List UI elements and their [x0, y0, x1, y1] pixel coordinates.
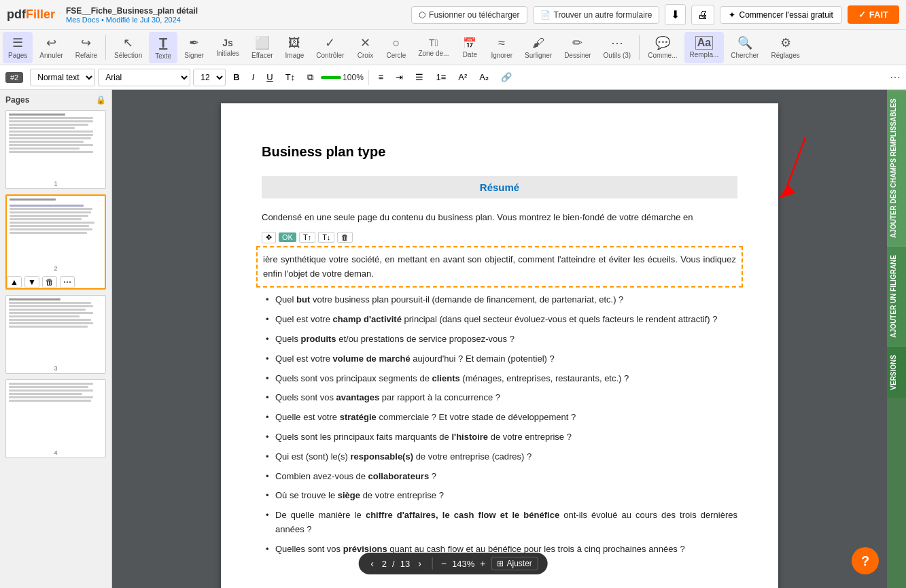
bottom-nav: ‹ 2 / 13 › − 143% + ⊞ Ajuster [358, 553, 548, 574]
format-divider-1 [368, 70, 369, 85]
tool-croix[interactable]: ✕ Croix [351, 32, 379, 63]
ordered-list-button[interactable]: 1≡ [431, 69, 451, 86]
file-name: FSE__Fiche_Business_plan détail [66, 6, 198, 16]
adjust-icon: ⊞ [497, 559, 504, 568]
tool-outils-label: Outils (3) [604, 52, 631, 59]
tool-cercle[interactable]: ○ Cercle [381, 32, 411, 63]
tool-initiales[interactable]: Js Initiales [211, 32, 245, 63]
tool-selection[interactable]: ↖ Sélection [109, 32, 147, 63]
next-page-btn[interactable]: › [415, 558, 424, 569]
tool-surligner[interactable]: 🖌 Surligner [519, 32, 557, 63]
done-button[interactable]: ✓ FAIT [848, 5, 899, 24]
thumb-delete-btn[interactable]: 🗑 [42, 276, 57, 288]
bullet-10: Combien avez-vous de collaborateurs ? [262, 470, 737, 484]
zoom-out-btn[interactable]: − [441, 558, 447, 569]
thumb-up-btn[interactable]: ▲ [7, 276, 22, 288]
tool-dessiner[interactable]: ✏ Dessiner [559, 32, 596, 63]
tool-signer[interactable]: ✒ Signer [179, 32, 209, 63]
move-btn[interactable]: ✥ [262, 232, 276, 243]
text-delete-btn[interactable]: 🗑 [337, 232, 353, 243]
thumb-down-btn[interactable]: ▼ [24, 276, 39, 288]
adjust-btn[interactable]: ⊞ Ajuster [491, 557, 538, 570]
tool-controler[interactable]: ✓ Contrôler [311, 32, 349, 63]
text-size-up-btn[interactable]: T↑ [299, 232, 315, 243]
nav-divider [432, 557, 433, 570]
tool-outils[interactable]: ⋯ Outils (3) [598, 32, 637, 63]
page-thumb-3[interactable]: 3 [5, 295, 106, 374]
page-thumb-1[interactable]: 1 [5, 110, 106, 189]
tool-chercher-label: Chercher [731, 52, 759, 59]
bullet-2: Quel est votre champ d'activité principa… [262, 313, 737, 327]
tool-remplacer[interactable]: Aa Rempla... [684, 32, 725, 63]
draw-icon: ✏ [572, 35, 582, 50]
right-tab-fields[interactable]: AJOUTER DES CHAMPS REMPLISSABLES [887, 90, 906, 246]
tool-surligner-label: Surligner [525, 52, 552, 59]
check-icon: ✓ [325, 35, 335, 50]
format-bar: #2 Normal text Heading 1 Heading 2 Arial… [0, 65, 906, 90]
tool-pages[interactable]: ☰ Pages [3, 32, 33, 63]
tool-remplacer-label: Rempla... [690, 51, 719, 58]
color-indicator [321, 76, 341, 79]
sign-icon: ✒ [189, 35, 199, 50]
tool-zone[interactable]: T⃞ Zone de... [413, 32, 454, 63]
bullet-1: Quel but votre business plan poursuit-il… [262, 293, 737, 307]
tool-texte-label: Texte [155, 52, 171, 60]
subscript-button[interactable]: A₂ [474, 69, 493, 86]
download-button[interactable]: ⬇ [665, 4, 686, 25]
align-button[interactable]: ≡ [374, 69, 389, 86]
italic-button[interactable]: I [247, 69, 260, 86]
link-button[interactable]: 🔗 [496, 69, 517, 86]
pages-lock-icon[interactable]: 🔒 [96, 95, 106, 105]
page-thumb-4[interactable]: 4 [5, 379, 106, 458]
tool-signer-label: Signer [184, 52, 204, 59]
find-form-button[interactable]: 📄 Trouver un autre formulaire [533, 6, 660, 24]
circle-icon: ○ [392, 36, 400, 50]
cross-icon: ✕ [360, 35, 370, 50]
page-thumb-2[interactable]: 2 ▲ ▼ 🗑 ⋯ [5, 194, 106, 290]
size-select[interactable]: 12 10 14 [193, 69, 226, 86]
comment-icon: 💬 [655, 35, 670, 50]
tool-initiales-label: Initiales [216, 50, 239, 57]
tool-reglages[interactable]: ⚙ Réglages [765, 32, 805, 63]
more-options-button[interactable]: ⋯ [890, 71, 901, 84]
tool-texte[interactable]: T Texte [149, 32, 177, 63]
tool-date[interactable]: 📅 Date [455, 32, 484, 63]
image-icon: 🖼 [288, 36, 300, 50]
date-icon: 📅 [463, 37, 476, 50]
prev-page-btn[interactable]: ‹ [368, 558, 377, 569]
thumb-more-btn[interactable]: ⋯ [60, 276, 75, 288]
text-edit-box[interactable]: ière synthétique votre société, en metta… [256, 246, 743, 288]
tool-zone-label: Zone de... [418, 50, 449, 57]
text-size-down-btn[interactable]: T↓ [318, 232, 334, 243]
tool-chercher[interactable]: 🔍 Chercher [725, 32, 764, 63]
highlight-icon: 🖌 [532, 36, 544, 50]
print-button[interactable]: 🖨 [691, 5, 714, 25]
text-direction-button[interactable]: T↕ [281, 69, 300, 86]
tool-dessiner-label: Dessiner [564, 52, 591, 59]
list-button[interactable]: ☰ [411, 69, 428, 86]
style-select[interactable]: Normal text Heading 1 Heading 2 [30, 69, 95, 86]
help-button[interactable]: ? [852, 547, 879, 574]
zone-icon: T⃞ [429, 37, 438, 48]
merge-button[interactable]: ⬡ Fusionner ou télécharger [411, 6, 527, 24]
tool-ignorer-label: Ignorer [491, 52, 512, 59]
right-tab-versions[interactable]: VERSIONS [887, 346, 906, 398]
bold-button[interactable]: B [228, 69, 244, 86]
tool-refaire[interactable]: ↪ Refaire [70, 32, 103, 63]
underline-button[interactable]: U [262, 69, 277, 86]
tool-ignorer[interactable]: ≈ Ignorer [485, 32, 518, 63]
tool-image[interactable]: 🖼 Image [280, 32, 310, 63]
tool-controler-label: Contrôler [316, 52, 344, 59]
tool-effacer[interactable]: ⬜ Effacer [246, 32, 279, 63]
right-tab-watermark[interactable]: AJOUTER UN FILIGRANE [887, 246, 906, 346]
zoom-in-btn[interactable]: + [480, 558, 485, 569]
trial-button[interactable]: ✦ Commencer l'essai gratuit [720, 6, 841, 24]
font-select[interactable]: Arial Times New Roman [98, 69, 190, 86]
indent-button[interactable]: ⇥ [391, 69, 408, 86]
pages-icon: ☰ [12, 35, 23, 50]
ok-btn[interactable]: OK [279, 232, 296, 242]
tool-comme[interactable]: 💬 Comme... [642, 32, 682, 63]
copy-format-button[interactable]: ⧉ [302, 69, 318, 86]
tool-annuler[interactable]: ↩ Annuler [34, 32, 68, 63]
superscript-button[interactable]: A² [453, 69, 472, 86]
